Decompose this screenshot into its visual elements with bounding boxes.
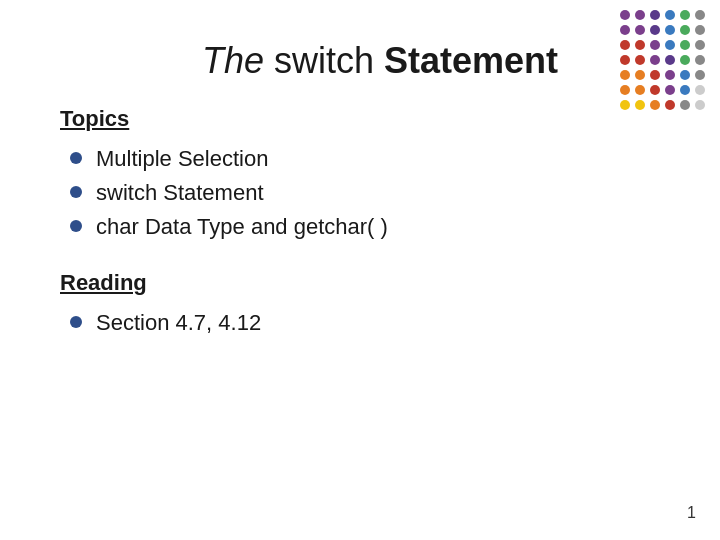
bullet-text: switch Statement bbox=[96, 180, 264, 206]
decoration-dot bbox=[650, 40, 660, 50]
bullet-dot-icon bbox=[70, 220, 82, 232]
bullet-dot-icon bbox=[70, 316, 82, 328]
reading-list: Section 4.7, 4.12 bbox=[60, 310, 660, 336]
decoration-dot bbox=[620, 55, 630, 65]
decoration-dot bbox=[635, 85, 645, 95]
bullet-dot-icon bbox=[70, 186, 82, 198]
decoration-dot bbox=[665, 55, 675, 65]
decoration-dot bbox=[620, 100, 630, 110]
title-switch: switch bbox=[274, 40, 384, 81]
slide: The switch Statement Topics Multiple Sel… bbox=[0, 0, 720, 540]
title-the: The bbox=[202, 40, 264, 81]
slide-title: The switch Statement bbox=[60, 40, 660, 82]
decoration-dot bbox=[680, 55, 690, 65]
decoration-dot bbox=[665, 85, 675, 95]
bullet-text: Section 4.7, 4.12 bbox=[96, 310, 261, 336]
decoration-dot bbox=[635, 25, 645, 35]
title-statement: Statement bbox=[384, 40, 558, 81]
decoration-dot bbox=[680, 85, 690, 95]
decoration-dot bbox=[680, 10, 690, 20]
decoration-dot bbox=[620, 85, 630, 95]
decoration-dot bbox=[695, 10, 705, 20]
list-item: Multiple Selection bbox=[70, 146, 660, 172]
list-item: Section 4.7, 4.12 bbox=[70, 310, 660, 336]
topics-label: Topics bbox=[60, 106, 660, 132]
reading-label: Reading bbox=[60, 270, 660, 296]
bullet-text: Multiple Selection bbox=[96, 146, 268, 172]
decoration-dot bbox=[650, 55, 660, 65]
bullet-text: char Data Type and getchar( ) bbox=[96, 214, 388, 240]
decoration-dot bbox=[635, 10, 645, 20]
decoration-dot bbox=[650, 70, 660, 80]
decoration-dot bbox=[695, 40, 705, 50]
decoration-dot bbox=[695, 100, 705, 110]
decoration-dot bbox=[665, 25, 675, 35]
decoration-dot bbox=[620, 25, 630, 35]
list-item: char Data Type and getchar( ) bbox=[70, 214, 660, 240]
decoration-dot bbox=[680, 70, 690, 80]
decoration-dot bbox=[695, 55, 705, 65]
decoration-dot bbox=[650, 100, 660, 110]
decoration-dot bbox=[695, 25, 705, 35]
decoration-dot bbox=[680, 25, 690, 35]
decoration-dot bbox=[695, 85, 705, 95]
decoration-dot bbox=[650, 10, 660, 20]
decoration-dot bbox=[650, 25, 660, 35]
decoration-dot bbox=[635, 40, 645, 50]
decoration-dot bbox=[635, 100, 645, 110]
topics-list: Multiple Selectionswitch Statementchar D… bbox=[60, 146, 660, 240]
decoration-dot bbox=[650, 85, 660, 95]
decoration-dot bbox=[680, 40, 690, 50]
decoration-dot bbox=[635, 70, 645, 80]
decoration-dot bbox=[695, 70, 705, 80]
decoration-dot bbox=[665, 10, 675, 20]
decoration-dot bbox=[620, 10, 630, 20]
dot-grid-decoration bbox=[620, 10, 710, 120]
decoration-dot bbox=[620, 40, 630, 50]
decoration-dot bbox=[680, 100, 690, 110]
page-number: 1 bbox=[687, 504, 696, 522]
decoration-dot bbox=[665, 40, 675, 50]
bullet-dot-icon bbox=[70, 152, 82, 164]
list-item: switch Statement bbox=[70, 180, 660, 206]
decoration-dot bbox=[620, 70, 630, 80]
decoration-dot bbox=[635, 55, 645, 65]
decoration-dot bbox=[665, 100, 675, 110]
decoration-dot bbox=[665, 70, 675, 80]
